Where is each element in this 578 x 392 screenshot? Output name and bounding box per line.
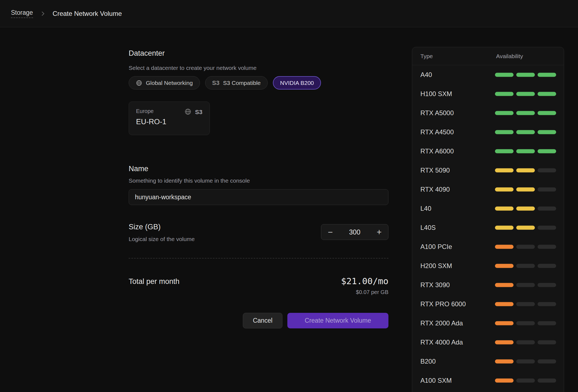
- availability-segment: [538, 207, 556, 211]
- s3-badge: S3: [195, 109, 202, 116]
- filter-chip-s3-compatible[interactable]: S3 S3 Compatible: [205, 76, 268, 90]
- gpu-row-rtx-a4500: RTX A4500: [412, 123, 564, 142]
- availability-bars: [495, 379, 556, 383]
- section-divider: [129, 258, 388, 259]
- availability-segment: [538, 264, 556, 268]
- gpu-row-rtx-a5000: RTX A5000: [412, 103, 564, 123]
- availability-segment: [495, 111, 514, 115]
- availability-bars: [495, 149, 556, 153]
- availability-segment: [495, 321, 514, 325]
- size-stepper: − +: [321, 224, 388, 240]
- availability-bars: [495, 360, 556, 364]
- availability-segment: [516, 321, 535, 325]
- datacenter-card-badges: S3: [184, 108, 202, 116]
- breadcrumb: Storage Create Network Volume: [0, 0, 578, 27]
- filter-chips: Global Networking S3 S3 Compatible NVIDI…: [129, 76, 388, 90]
- availability-segment: [516, 245, 535, 249]
- availability-segment: [538, 245, 556, 249]
- availability-bars: [495, 245, 556, 249]
- availability-segment: [516, 111, 535, 115]
- availability-segment: [516, 340, 535, 345]
- gpu-row-rtx-4090: RTX 4090: [412, 180, 564, 199]
- breadcrumb-link-storage[interactable]: Storage: [11, 9, 33, 18]
- gpu-type-label: RTX 4090: [420, 186, 450, 193]
- availability-bars: [495, 111, 556, 115]
- gpu-row-a100-pcie: A100 PCIe: [412, 237, 564, 256]
- name-section-title: Name: [129, 164, 388, 173]
- gpu-row-rtx-2000-ada: RTX 2000 Ada: [412, 314, 564, 333]
- datacenter-card[interactable]: Europe S3 EU-RO-1: [129, 102, 210, 135]
- availability-segment: [516, 207, 535, 211]
- decrement-button[interactable]: −: [328, 228, 333, 236]
- gpu-row-rtx-5090: RTX 5090: [412, 161, 564, 180]
- gpu-row-rtx-pro-6000: RTX PRO 6000: [412, 295, 564, 314]
- availability-segment: [516, 149, 535, 153]
- gpu-type-label: RTX 3090: [420, 281, 450, 289]
- availability-bars: [495, 264, 556, 268]
- create-volume-form: Datacenter Select a datacenter to create…: [129, 27, 388, 328]
- gpu-row-h100-sxm: H100 SXM: [412, 84, 564, 103]
- gpu-table-body: A40 H100 SXM RTX A5000 RTX A4500 RTX A60…: [412, 65, 564, 390]
- name-section-subtitle: Something to identify this volume in the…: [129, 177, 388, 184]
- datacenter-name: EU-RO-1: [136, 118, 202, 126]
- availability-bars: [495, 283, 556, 287]
- gpu-type-label: RTX 4000 Ada: [420, 338, 463, 346]
- s3-icon: S3: [212, 79, 220, 87]
- availability-segment: [516, 302, 535, 306]
- availability-segment: [538, 130, 556, 134]
- filter-chip-global-networking[interactable]: Global Networking: [129, 76, 200, 90]
- availability-segment: [538, 111, 556, 115]
- availability-bars: [495, 188, 556, 192]
- availability-segment: [495, 207, 514, 211]
- availability-segment: [495, 92, 514, 96]
- availability-segment: [538, 302, 556, 306]
- gpu-type-label: RTX A6000: [420, 147, 454, 155]
- availability-segment: [516, 283, 535, 287]
- availability-segment: [538, 92, 556, 96]
- availability-segment: [516, 168, 535, 173]
- availability-segment: [495, 188, 514, 192]
- size-section-title: Size (GB): [129, 222, 195, 231]
- availability-segment: [538, 226, 556, 230]
- size-value-input[interactable]: [337, 228, 373, 236]
- availability-segment: [516, 92, 535, 96]
- gpu-type-label: RTX PRO 6000: [420, 300, 466, 308]
- datacenter-section-title: Datacenter: [129, 49, 388, 58]
- total-section: Total per month $21.00/mo $0.07 per GB: [129, 275, 388, 295]
- cancel-button[interactable]: Cancel: [243, 313, 282, 328]
- availability-panel-header: Type Availability: [412, 47, 564, 65]
- gpu-type-label: B200: [420, 358, 436, 365]
- availability-segment: [538, 379, 556, 383]
- availability-segment: [495, 149, 514, 153]
- availability-bars: [495, 340, 556, 345]
- availability-segment: [495, 73, 514, 77]
- gpu-type-label: A100 SXM: [420, 377, 452, 384]
- volume-name-input[interactable]: [129, 189, 388, 205]
- gpu-type-label: H100 SXM: [420, 90, 452, 98]
- filter-chip-nvidia-b200[interactable]: NVIDIA B200: [273, 76, 321, 90]
- availability-segment: [516, 188, 535, 192]
- availability-segment: [538, 340, 556, 345]
- availability-bars: [495, 321, 556, 325]
- gpu-type-label: A40: [420, 71, 432, 79]
- create-network-volume-button[interactable]: Create Network Volume: [287, 313, 388, 328]
- filter-chip-label: NVIDIA B200: [280, 80, 314, 86]
- availability-segment: [516, 264, 535, 268]
- availability-segment: [495, 340, 514, 345]
- gpu-row-l40s: L40S: [412, 218, 564, 237]
- gpu-row-rtx-3090: RTX 3090: [412, 275, 564, 295]
- availability-panel: Type Availability A40 H100 SXM RTX A5000…: [412, 47, 564, 392]
- availability-segment: [516, 130, 535, 134]
- availability-segment: [495, 283, 514, 287]
- gpu-row-rtx-a6000: RTX A6000: [412, 142, 564, 161]
- availability-segment: [516, 379, 535, 383]
- increment-button[interactable]: +: [377, 228, 382, 236]
- filter-chip-label: S3 Compatible: [223, 80, 261, 86]
- gpu-type-label: RTX A4500: [420, 128, 454, 136]
- gpu-row-b200: B200: [412, 352, 564, 371]
- gpu-type-label: RTX 2000 Ada: [420, 319, 463, 327]
- gpu-row-l40: L40: [412, 199, 564, 218]
- availability-bars: [495, 92, 556, 96]
- availability-bars: [495, 168, 556, 173]
- availability-segment: [538, 168, 556, 173]
